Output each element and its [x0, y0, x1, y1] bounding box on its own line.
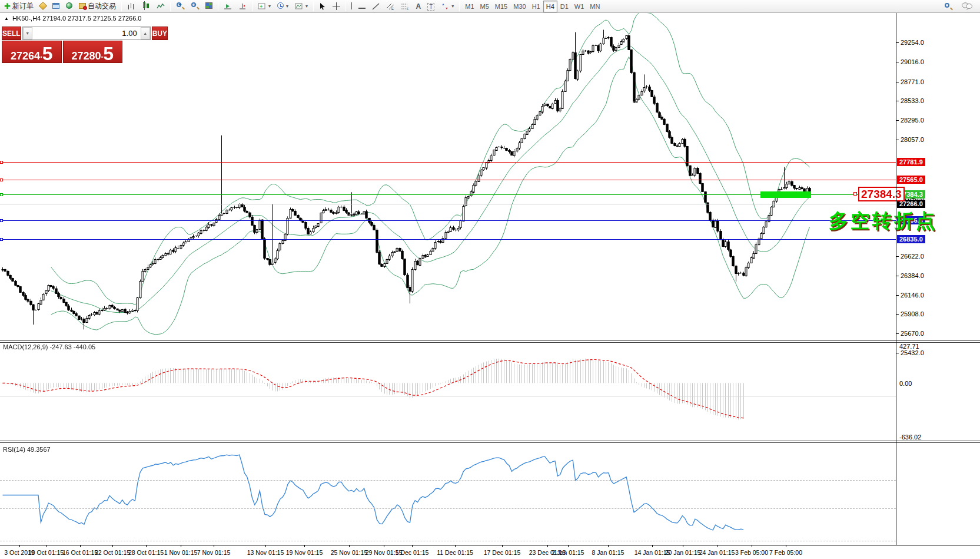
- cursor-button[interactable]: [316, 1, 329, 12]
- text-icon: A: [416, 2, 421, 11]
- price-tick-label: 28295.0: [901, 117, 924, 124]
- volume-stepper: ▼ ▲: [22, 27, 151, 40]
- data-window-button[interactable]: [49, 1, 62, 12]
- periods-dropdown-arrow-icon[interactable]: ▾: [286, 4, 288, 9]
- buy-price-button[interactable]: 27280.5: [63, 41, 123, 63]
- tile-windows-icon: [205, 2, 212, 10]
- navigator-button[interactable]: [63, 1, 75, 12]
- equidistant-channel-button[interactable]: E: [383, 1, 397, 12]
- time-tick-label: 5 Dec 01:15: [396, 549, 429, 556]
- indicators-list-button[interactable]: +▾: [255, 1, 274, 12]
- candle-mode-button[interactable]: [139, 1, 153, 12]
- price-tick-label: 25670.0: [901, 330, 924, 337]
- timeframe-m30-button[interactable]: M30: [510, 1, 529, 12]
- buy-button[interactable]: BUY: [152, 27, 168, 40]
- rsi-level-15: [0, 541, 896, 541]
- text-label-button[interactable]: T: [424, 1, 437, 12]
- rsi-panel-chart[interactable]: [0, 442, 896, 545]
- crosshair-button[interactable]: [330, 1, 343, 12]
- line-mode-button[interactable]: [154, 1, 168, 12]
- market-watch-button[interactable]: [37, 1, 49, 12]
- arrows-icon: [441, 3, 449, 10]
- periods-icon: [277, 2, 284, 10]
- green-zone-rectangle[interactable]: [760, 191, 811, 198]
- price-tick: [896, 140, 899, 140]
- rsi-label: RSI(14) 49.3567: [3, 446, 51, 453]
- line-handle[interactable]: [0, 178, 3, 181]
- indicators-list-dropdown-arrow-icon[interactable]: ▾: [268, 4, 271, 9]
- new-order-button[interactable]: ✚新订单: [1, 1, 36, 12]
- turning-point-annotation: 多空转折点: [829, 208, 938, 234]
- candle-mode-icon: [142, 2, 150, 11]
- auto-trading-button[interactable]: 自动交易: [76, 1, 119, 12]
- fibonacci-button[interactable]: F: [398, 1, 412, 12]
- zoom-out-icon: −: [191, 2, 199, 11]
- text-button[interactable]: A: [413, 1, 424, 12]
- auto-scroll-button[interactable]: [235, 1, 250, 12]
- timeframe-w1-button[interactable]: W1: [572, 1, 587, 12]
- price-badge-26835.0: 26835.0: [897, 235, 925, 243]
- macd-panel-chart[interactable]: [0, 342, 896, 441]
- price-line-27565[interactable]: [0, 180, 896, 180]
- price-tick: [896, 276, 899, 276]
- time-tick-label: 7 Feb 05:00: [769, 549, 802, 556]
- timeframe-mn-button[interactable]: MN: [587, 1, 603, 12]
- search-button[interactable]: [941, 1, 955, 12]
- volume-decrease-button[interactable]: ▼: [23, 27, 32, 39]
- chat-icon: [962, 2, 972, 10]
- timeframe-h4-button[interactable]: H4: [543, 1, 557, 12]
- price-tick: [896, 120, 899, 121]
- bar-chart-mode-icon: [127, 2, 135, 11]
- toolbar-separator: [170, 2, 171, 11]
- fibonacci-icon: F: [401, 3, 409, 10]
- volume-increase-button[interactable]: ▲: [141, 27, 150, 39]
- price-line-27066.3[interactable]: [0, 220, 896, 221]
- timeframe-h1-button[interactable]: H1: [529, 1, 543, 12]
- time-tick-label: 2 Jan 01:15: [552, 549, 584, 556]
- vertical-line-button[interactable]: [348, 1, 356, 12]
- time-axis-line: [0, 545, 980, 545]
- sell-button[interactable]: SELL: [2, 27, 21, 40]
- trendline-button[interactable]: [369, 1, 383, 12]
- price-tick-label: 29016.0: [901, 58, 924, 65]
- line-handle[interactable]: [0, 238, 3, 241]
- tile-windows-button[interactable]: [202, 1, 215, 12]
- price-tick: [896, 353, 899, 353]
- bar-chart-mode-button[interactable]: [124, 1, 138, 12]
- chart-templates-button[interactable]: ▾: [292, 1, 311, 12]
- main-price-chart[interactable]: [0, 13, 896, 340]
- rsi-level-80: [0, 480, 896, 481]
- chart-templates-dropdown-arrow-icon[interactable]: ▾: [305, 4, 308, 9]
- arrows-dropdown-arrow-icon[interactable]: ▾: [451, 4, 454, 9]
- volume-input[interactable]: [32, 27, 141, 39]
- price-tick-label: 29254.0: [901, 39, 924, 46]
- price-line-26835[interactable]: [0, 239, 896, 240]
- periods-button[interactable]: ▾: [274, 1, 291, 12]
- toolbar-separator: [121, 2, 122, 11]
- sell-price-button[interactable]: 27264.5: [2, 41, 62, 63]
- zoom-out-button[interactable]: −: [188, 1, 202, 12]
- line-handle[interactable]: [0, 193, 3, 196]
- timeframe-d1-button[interactable]: D1: [557, 1, 572, 12]
- price-line-27781.9[interactable]: [0, 162, 896, 163]
- line-handle[interactable]: [0, 219, 3, 222]
- macd-rsi-separator[interactable]: [0, 441, 980, 443]
- price-tag-anchor[interactable]: [853, 192, 857, 196]
- timeframe-m1-button[interactable]: M1: [462, 1, 477, 12]
- price-tag-label[interactable]: 27384.3: [858, 187, 905, 201]
- time-tick-label: 17 Dec 01:15: [484, 549, 520, 556]
- chat-button[interactable]: [959, 1, 975, 12]
- arrows-button[interactable]: ▾: [438, 1, 457, 12]
- line-handle[interactable]: [0, 161, 3, 164]
- horizontal-line-button[interactable]: [356, 1, 368, 12]
- collapse-triangle-icon[interactable]: ▲: [4, 16, 9, 21]
- price-line-27266[interactable]: [0, 204, 896, 204]
- chart-shift-button[interactable]: [221, 1, 235, 12]
- main-macd-separator[interactable]: [0, 340, 980, 343]
- new-order-label: 新订单: [12, 1, 34, 11]
- timeframe-m5-button[interactable]: M5: [477, 1, 492, 12]
- timeframe-m15-button[interactable]: M15: [492, 1, 510, 12]
- time-tick-label: 20 Jan 01:15: [665, 549, 701, 556]
- svg-text:+: +: [260, 4, 263, 9]
- zoom-in-button[interactable]: +: [173, 1, 187, 12]
